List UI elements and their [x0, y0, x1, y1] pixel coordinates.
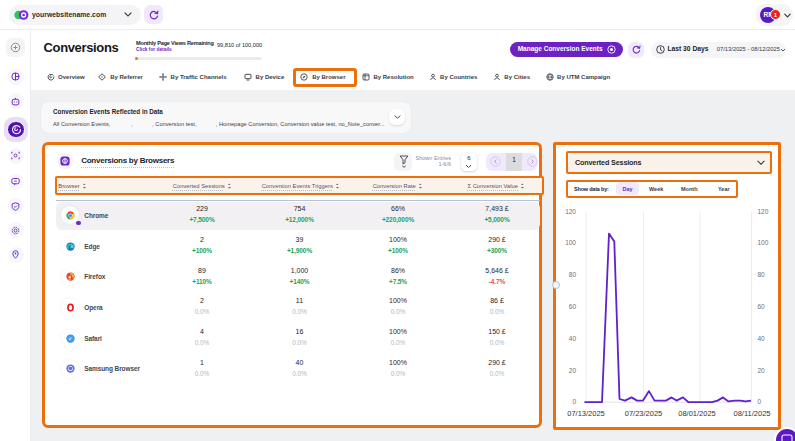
svg-text:20: 20 — [758, 367, 766, 374]
svg-text:60: 60 — [569, 303, 577, 310]
svg-text:120: 120 — [758, 208, 769, 215]
svg-text:40: 40 — [758, 335, 766, 342]
svg-text:100: 100 — [758, 239, 769, 246]
svg-text:60: 60 — [758, 303, 766, 310]
svg-text:07/23/2025: 07/23/2025 — [625, 409, 663, 418]
svg-text:07/13/2025: 07/13/2025 — [567, 409, 605, 418]
svg-text:08/11/2025: 08/11/2025 — [734, 409, 771, 418]
svg-text:120: 120 — [565, 208, 576, 215]
svg-text:80: 80 — [758, 271, 766, 278]
svg-text:0: 0 — [572, 398, 576, 405]
svg-text:100: 100 — [565, 239, 576, 246]
svg-text:08/01/2025: 08/01/2025 — [678, 409, 716, 418]
svg-text:0: 0 — [758, 398, 762, 405]
svg-text:20: 20 — [569, 367, 577, 374]
svg-text:40: 40 — [569, 335, 577, 342]
svg-text:80: 80 — [569, 271, 577, 278]
